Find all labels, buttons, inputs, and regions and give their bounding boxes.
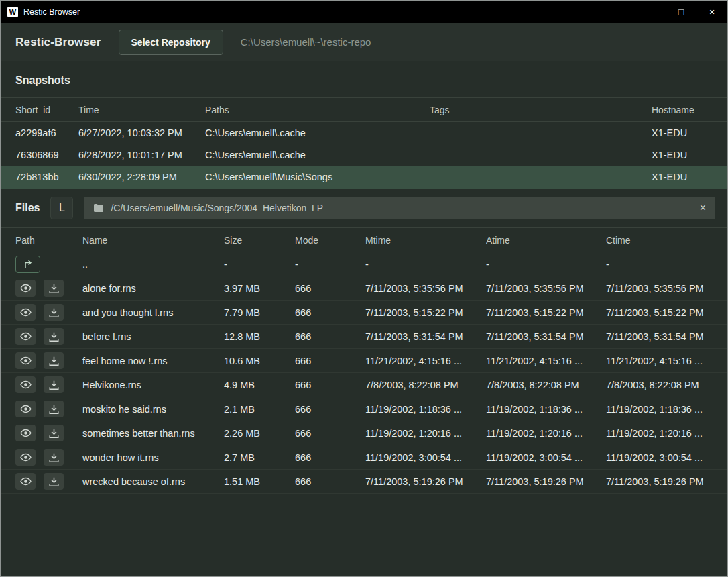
file-mtime: 11/19/2002, 3:00:54 ...: [365, 452, 486, 463]
file-name: wonder how it.rns: [82, 452, 224, 463]
file-row: Helvikone.rns4.9 MB6667/8/2003, 8:22:08 …: [1, 373, 727, 397]
download-file-button[interactable]: [44, 328, 64, 345]
snapshot-short-id: a2299af6: [15, 127, 78, 138]
eye-icon: [20, 453, 32, 462]
preview-file-button[interactable]: [15, 304, 36, 321]
snapshot-paths: C:\Users\emuell\.cache: [205, 127, 430, 138]
snapshot-time: 6/30/2022, 2:28:09 PM: [78, 172, 205, 182]
download-file-button[interactable]: [44, 376, 64, 393]
file-name: sometimes better than.rns: [82, 428, 224, 439]
column-header-short-id: Short_id: [15, 105, 78, 115]
snapshots-heading: Snapshots: [1, 61, 727, 97]
files-table-body: ..-----alone for.rns3.97 MB6667/11/2003,…: [1, 252, 727, 494]
download-file-button[interactable]: [44, 449, 64, 466]
snapshot-hostname: X1-EDU: [652, 150, 713, 160]
clear-path-button[interactable]: ×: [700, 203, 706, 213]
snapshot-row[interactable]: 763068696/28/2022, 10:01:17 PMC:\Users\e…: [1, 144, 727, 166]
select-repository-button[interactable]: Select Repository: [119, 30, 223, 55]
file-atime: 11/19/2002, 1:20:16 ...: [486, 428, 606, 439]
folder-icon: [93, 203, 104, 213]
download-file-button[interactable]: [44, 401, 64, 417]
snapshot-row[interactable]: a2299af66/27/2022, 10:03:32 PMC:\Users\e…: [1, 122, 727, 144]
snapshot-short-id: 72b813bb: [15, 172, 78, 182]
download-icon: [49, 332, 59, 342]
download-file-button[interactable]: [44, 280, 64, 297]
preview-file-button[interactable]: [15, 352, 36, 369]
files-heading: Files: [15, 202, 40, 214]
preview-file-button[interactable]: [15, 280, 36, 297]
download-file-button[interactable]: [44, 304, 64, 321]
file-mode: 666: [295, 307, 365, 318]
file-ctime: 11/19/2002, 1:18:36 ...: [606, 404, 713, 415]
file-name: alone for.rns: [82, 283, 224, 294]
maximize-button[interactable]: □: [666, 1, 696, 23]
snapshot-time: 6/28/2022, 10:01:17 PM: [78, 150, 205, 160]
snapshot-short-id: 76306869: [15, 150, 78, 160]
file-ctime: 7/11/2003, 5:15:22 PM: [606, 307, 713, 318]
eye-icon: [20, 405, 32, 413]
file-mode: 666: [295, 404, 365, 415]
file-mode: 666: [295, 380, 365, 390]
file-ctime: 11/19/2002, 1:20:16 ...: [606, 428, 713, 439]
column-header-paths: Paths: [205, 105, 430, 115]
file-row-actions: [15, 352, 82, 369]
download-icon: [49, 284, 59, 293]
snapshot-row-selected[interactable]: 72b813bb6/30/2022, 2:28:09 PMC:\Users\em…: [1, 166, 727, 189]
file-mode: 666: [295, 428, 365, 439]
file-name: and you thought l.rns: [82, 307, 224, 318]
file-mode: 666: [295, 283, 365, 294]
file-atime: 7/11/2003, 5:15:22 PM: [486, 307, 606, 318]
repository-path: C:\Users\emuell\~\restic-repo: [241, 36, 371, 48]
column-header-path: Path: [15, 235, 82, 246]
window-title: Restic Browser: [23, 7, 80, 17]
eye-icon: [20, 284, 32, 293]
eye-icon: [20, 332, 32, 341]
preview-file-button[interactable]: [15, 449, 36, 466]
download-icon: [49, 308, 59, 317]
close-button[interactable]: ×: [696, 1, 727, 23]
preview-file-button[interactable]: [15, 376, 36, 393]
preview-file-button[interactable]: [15, 401, 36, 417]
download-file-button[interactable]: [44, 473, 64, 490]
file-row: before l.rns12.8 MB6667/11/2003, 5:31:54…: [1, 325, 727, 349]
file-row-actions: [15, 401, 82, 417]
file-mtime: 7/8/2003, 8:22:08 PM: [365, 380, 486, 390]
files-path-input[interactable]: /C/Users/emuell/Music/Songs/2004_Helveti…: [84, 197, 715, 219]
files-view-toggle-button[interactable]: L: [50, 197, 73, 219]
file-atime: 11/19/2002, 3:00:54 ...: [486, 452, 606, 463]
eye-icon: [20, 477, 32, 486]
download-file-button[interactable]: [44, 352, 64, 369]
file-name: before l.rns: [82, 331, 224, 342]
file-mtime: 7/11/2003, 5:31:54 PM: [365, 331, 486, 342]
file-name: ..: [82, 259, 224, 270]
file-name: moskito he said.rns: [82, 404, 224, 415]
file-size: 2.1 MB: [224, 404, 295, 415]
eye-icon: [20, 429, 32, 437]
column-header-time: Time: [78, 105, 205, 115]
preview-file-button[interactable]: [15, 473, 36, 490]
preview-file-button[interactable]: [15, 425, 36, 441]
file-row-actions: [15, 256, 82, 273]
snapshots-table-body: a2299af66/27/2022, 10:03:32 PMC:\Users\e…: [1, 122, 727, 189]
file-row-actions: [15, 280, 82, 297]
file-row-actions: [15, 328, 82, 345]
column-header-mtime: Mtime: [365, 235, 486, 246]
file-row-actions: [15, 473, 82, 490]
file-ctime: -: [606, 259, 713, 270]
file-row: wrecked because of.rns1.51 MB6667/11/200…: [1, 470, 727, 494]
snapshot-paths: C:\Users\emuell\.cache: [205, 150, 430, 160]
file-name: feel home now !.rns: [82, 356, 224, 366]
preview-file-button[interactable]: [15, 328, 36, 345]
minimize-button[interactable]: –: [635, 1, 666, 23]
column-header-mode: Mode: [295, 235, 365, 246]
download-icon: [49, 380, 59, 390]
download-icon: [49, 477, 59, 486]
file-size: 7.79 MB: [224, 307, 295, 318]
download-file-button[interactable]: [44, 425, 64, 441]
file-mode: 666: [295, 331, 365, 342]
snapshot-hostname: X1-EDU: [652, 127, 713, 138]
file-atime: 7/11/2003, 5:19:26 PM: [486, 476, 606, 487]
file-atime: 7/8/2003, 8:22:08 PM: [486, 380, 606, 390]
up-directory-button[interactable]: [15, 256, 40, 273]
app-logo-icon: W: [7, 7, 18, 17]
